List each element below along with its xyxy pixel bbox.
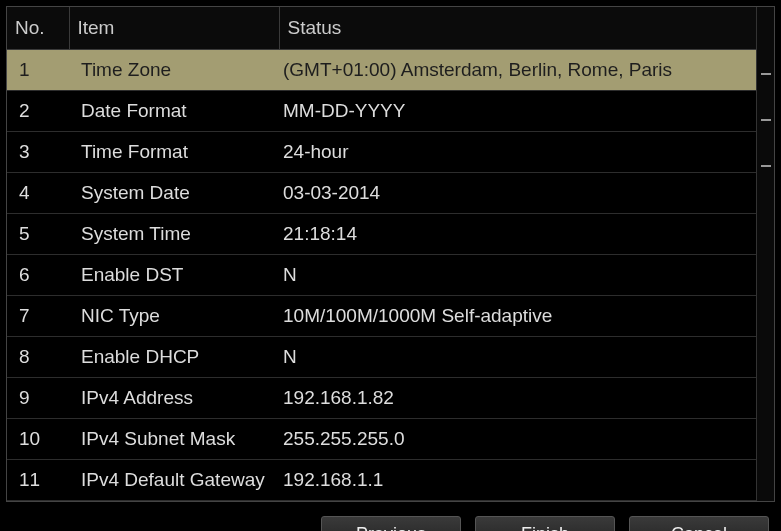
button-bar: Previous Finish Cancel (6, 502, 775, 531)
scroll-tick-icon (761, 119, 771, 121)
cell-status: 21:18:14 (279, 214, 756, 255)
table-row[interactable]: 10IPv4 Subnet Mask255.255.255.0 (7, 419, 756, 460)
settings-table-container: No. Item Status 1Time Zone(GMT+01:00) Am… (7, 7, 756, 501)
column-header-item[interactable]: Item (69, 7, 279, 50)
cell-item: IPv4 Subnet Mask (69, 419, 279, 460)
table-row[interactable]: 9IPv4 Address192.168.1.82 (7, 378, 756, 419)
table-row[interactable]: 3Time Format24-hour (7, 132, 756, 173)
table-row[interactable]: 6Enable DSTN (7, 255, 756, 296)
cell-status: (GMT+01:00) Amsterdam, Berlin, Rome, Par… (279, 50, 756, 91)
wizard-panel: No. Item Status 1Time Zone(GMT+01:00) Am… (6, 6, 775, 525)
cell-no: 10 (7, 419, 69, 460)
cell-item: NIC Type (69, 296, 279, 337)
cell-no: 9 (7, 378, 69, 419)
cell-no: 11 (7, 460, 69, 501)
settings-table: No. Item Status 1Time Zone(GMT+01:00) Am… (7, 7, 756, 501)
table-row[interactable]: 2Date FormatMM-DD-YYYY (7, 91, 756, 132)
table-row[interactable]: 1Time Zone(GMT+01:00) Amsterdam, Berlin,… (7, 50, 756, 91)
cell-status: 24-hour (279, 132, 756, 173)
finish-button[interactable]: Finish (475, 516, 615, 531)
table-row[interactable]: 5System Time21:18:14 (7, 214, 756, 255)
cancel-button[interactable]: Cancel (629, 516, 769, 531)
table-row[interactable]: 4System Date03-03-2014 (7, 173, 756, 214)
cell-item: IPv4 Default Gateway (69, 460, 279, 501)
table-row[interactable]: 7NIC Type10M/100M/1000M Self-adaptive (7, 296, 756, 337)
cell-no: 1 (7, 50, 69, 91)
cell-item: Enable DST (69, 255, 279, 296)
cell-item: System Time (69, 214, 279, 255)
cell-no: 7 (7, 296, 69, 337)
cell-status: 10M/100M/1000M Self-adaptive (279, 296, 756, 337)
cell-status: 255.255.255.0 (279, 419, 756, 460)
previous-button[interactable]: Previous (321, 516, 461, 531)
cell-item: Time Format (69, 132, 279, 173)
cell-item: IPv4 Address (69, 378, 279, 419)
cell-item: Time Zone (69, 50, 279, 91)
cell-no: 6 (7, 255, 69, 296)
cell-status: 03-03-2014 (279, 173, 756, 214)
cell-status: 192.168.1.82 (279, 378, 756, 419)
cell-item: Enable DHCP (69, 337, 279, 378)
cell-item: System Date (69, 173, 279, 214)
cell-status: 192.168.1.1 (279, 460, 756, 501)
column-header-status[interactable]: Status (279, 7, 756, 50)
table-area: No. Item Status 1Time Zone(GMT+01:00) Am… (6, 6, 775, 502)
cell-no: 5 (7, 214, 69, 255)
cell-status: MM-DD-YYYY (279, 91, 756, 132)
cell-no: 3 (7, 132, 69, 173)
cell-no: 2 (7, 91, 69, 132)
cell-item: Date Format (69, 91, 279, 132)
vertical-scrollbar[interactable] (756, 7, 774, 501)
cell-status: N (279, 337, 756, 378)
cell-status: N (279, 255, 756, 296)
table-row[interactable]: 8Enable DHCPN (7, 337, 756, 378)
scroll-tick-icon (761, 73, 771, 75)
column-header-no[interactable]: No. (7, 7, 69, 50)
scroll-tick-icon (761, 165, 771, 167)
table-row[interactable]: 11IPv4 Default Gateway192.168.1.1 (7, 460, 756, 501)
cell-no: 4 (7, 173, 69, 214)
cell-no: 8 (7, 337, 69, 378)
